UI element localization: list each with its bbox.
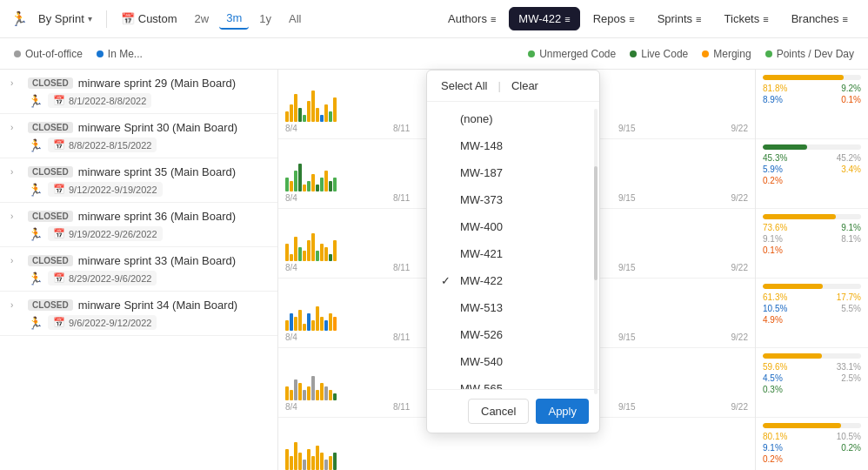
points-label: Points / Dev Day bbox=[777, 48, 854, 60]
top-bar: 🏃 By Sprint ▾ 📅 Custom 2w 3m 1y All Auth… bbox=[0, 0, 868, 38]
dropdown-item[interactable]: MW-373 bbox=[427, 186, 599, 213]
dropdown-item-label: MW-148 bbox=[460, 139, 503, 152]
dropdown-footer: Cancel Apply bbox=[427, 389, 599, 433]
branches-label: Branches bbox=[791, 12, 839, 25]
time-2w-button[interactable]: 2w bbox=[188, 9, 217, 29]
sprints-filter-button[interactable]: Sprints ≡ bbox=[648, 7, 711, 30]
live-code-label: Live Code bbox=[641, 48, 688, 60]
repos-filter-button[interactable]: Repos ≡ bbox=[584, 7, 644, 30]
mw422-filter-icon: ≡ bbox=[564, 14, 570, 24]
scrollbar-track[interactable] bbox=[594, 109, 598, 394]
dropdown-item-label: (none) bbox=[460, 112, 493, 125]
authors-filter-icon: ≡ bbox=[491, 14, 496, 24]
time-1y-button[interactable]: 1y bbox=[252, 9, 278, 29]
unmerged-label: Unmerged Code bbox=[539, 48, 616, 60]
by-sprint-label: By Sprint bbox=[38, 12, 84, 25]
dropdown-item[interactable]: MW-513 bbox=[427, 294, 599, 321]
live-code-dot bbox=[630, 50, 637, 57]
repos-filter-icon: ≡ bbox=[629, 14, 634, 24]
mw422-filter-button[interactable]: MW-422 ≡ bbox=[509, 7, 579, 30]
dropdown-item-label: MW-540 bbox=[460, 355, 503, 368]
unmerged-dot bbox=[528, 50, 535, 57]
apply-button[interactable]: Apply bbox=[536, 399, 589, 424]
merging-dot bbox=[702, 50, 709, 57]
clear-button[interactable]: Clear bbox=[511, 79, 538, 92]
legend-in-me: In Me... bbox=[97, 48, 143, 60]
repos-label: Repos bbox=[593, 12, 626, 25]
authors-filter-button[interactable]: Authors ≡ bbox=[438, 7, 505, 30]
out-of-office-dot bbox=[14, 50, 21, 57]
dropdown-item-label: MW-373 bbox=[460, 193, 503, 206]
dropdown-panel: Select All | Clear (none) MW-148 MW-187 … bbox=[426, 70, 600, 433]
header-divider: | bbox=[497, 79, 500, 92]
cancel-button[interactable]: Cancel bbox=[468, 399, 529, 424]
dropdown-item[interactable]: MW-526 bbox=[427, 321, 599, 348]
dropdown-item[interactable]: MW-565 bbox=[427, 375, 599, 389]
time-3m-button[interactable]: 3m bbox=[219, 8, 249, 30]
branches-filter-icon: ≡ bbox=[843, 14, 848, 24]
dropdown-item[interactable]: (none) bbox=[427, 105, 599, 132]
sprints-label: Sprints bbox=[658, 12, 692, 25]
in-me-dot bbox=[97, 50, 103, 57]
in-me-label: In Me... bbox=[108, 48, 143, 60]
dropdown-item-label: MW-422 bbox=[460, 274, 503, 287]
dropdown-item-label: MW-187 bbox=[460, 166, 503, 179]
calendar-icon: 📅 bbox=[121, 12, 135, 25]
dropdown-item-label: MW-421 bbox=[460, 247, 503, 260]
legend-out-of-office: Out-of-office bbox=[14, 48, 83, 60]
dropdown-header: Select All | Clear bbox=[427, 70, 599, 102]
tickets-filter-icon: ≡ bbox=[763, 14, 768, 24]
dropdown-item[interactable]: MW-148 bbox=[427, 132, 599, 159]
dropdown-item[interactable]: MW-540 bbox=[427, 348, 599, 375]
authors-label: Authors bbox=[448, 12, 487, 25]
sprints-filter-icon: ≡ bbox=[696, 14, 701, 24]
custom-label: Custom bbox=[138, 12, 177, 25]
legend-points: Points / Dev Day bbox=[765, 48, 854, 60]
out-of-office-label: Out-of-office bbox=[25, 48, 83, 60]
branches-filter-button[interactable]: Branches ≡ bbox=[782, 7, 858, 30]
time-all-button[interactable]: All bbox=[282, 9, 308, 29]
legend-live-code: Live Code bbox=[630, 48, 688, 60]
tickets-label: Tickets bbox=[724, 12, 760, 25]
tickets-filter-button[interactable]: Tickets ≡ bbox=[715, 7, 778, 30]
main-content: › CLOSED minware sprint 29 (Main Board) … bbox=[0, 70, 868, 470]
check-icon: ✓ bbox=[441, 274, 453, 287]
divider bbox=[106, 10, 107, 28]
dropdown-item[interactable]: MW-421 bbox=[427, 240, 599, 267]
select-all-button[interactable]: Select All bbox=[441, 79, 487, 92]
dropdown-item[interactable]: MW-400 bbox=[427, 213, 599, 240]
legend-merging: Merging bbox=[702, 48, 751, 60]
by-sprint-button[interactable]: By Sprint ▾ bbox=[31, 9, 99, 29]
legend-unmerged: Unmerged Code bbox=[528, 48, 616, 60]
dropdown-overlay[interactable]: Select All | Clear (none) MW-148 MW-187 … bbox=[0, 70, 868, 470]
mw422-label: MW-422 bbox=[518, 12, 561, 25]
dropdown-item[interactable]: ✓ MW-422 bbox=[427, 267, 599, 294]
dropdown-item-label: MW-565 bbox=[460, 382, 503, 389]
dropdown-item[interactable]: MW-187 bbox=[427, 159, 599, 186]
dropdown-item-label: MW-513 bbox=[460, 301, 503, 314]
filter-buttons: Authors ≡ MW-422 ≡ Repos ≡ Sprints ≡ Tic… bbox=[438, 7, 858, 30]
run-icon: 🏃 bbox=[10, 10, 28, 27]
points-dot bbox=[765, 50, 772, 57]
dropdown-list: (none) MW-148 MW-187 MW-373 MW-400 MW-42… bbox=[427, 102, 599, 389]
dropdown-item-label: MW-526 bbox=[460, 328, 503, 341]
dropdown-item-label: MW-400 bbox=[460, 220, 503, 233]
merging-label: Merging bbox=[713, 48, 751, 60]
by-sprint-chevron: ▾ bbox=[88, 14, 92, 24]
scrollbar-thumb bbox=[594, 166, 598, 280]
legend-bar: Out-of-office In Me... Unmerged Code Liv… bbox=[0, 38, 868, 70]
custom-button[interactable]: 📅 Custom bbox=[114, 9, 184, 29]
